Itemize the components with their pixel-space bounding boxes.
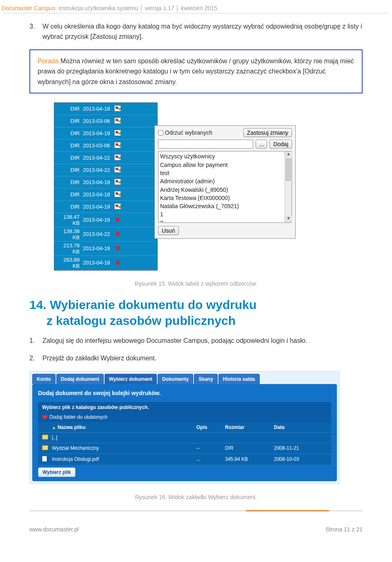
col-desc[interactable]: Opis [196, 424, 225, 430]
edit-icon[interactable] [114, 130, 121, 136]
list-number: 1. [29, 336, 42, 346]
remove-button[interactable]: Usuń [158, 226, 179, 235]
list-item[interactable]: Andrzej Kowalski (_89050) [160, 186, 283, 194]
table-row: DIR2013-04-22 [54, 152, 157, 164]
size-cell: 213.78 KB [57, 242, 83, 255]
tab-historia-salda[interactable]: Historia salda [218, 374, 260, 384]
table-row[interactable]: [..] [38, 432, 331, 443]
edit-icon-cell[interactable] [113, 130, 122, 137]
table-row: DIR2013-04-18 [54, 103, 157, 115]
delete-icon[interactable]: ✖ [115, 231, 120, 238]
table-row: DIR2013-03-06 [54, 140, 157, 152]
figure-15-caption: Rysunek 15. Widok tabeli z wyborem odbio… [29, 280, 363, 287]
row-icon [42, 456, 52, 463]
list-text: Przejdź do zakładki Wybierz dokument. [42, 353, 156, 364]
table-row: DIR2013-03-06 [54, 115, 157, 127]
edit-icon-cell[interactable] [113, 203, 122, 211]
list-item[interactable]: Wszyscy użytkownicy [160, 152, 283, 160]
advice-box: Porada Można również w ten sam sposób ok… [29, 49, 363, 94]
edit-icon[interactable] [114, 179, 121, 185]
table-row[interactable]: Wydzial Mechaniczny--DIR2008-11-21 [38, 443, 331, 453]
reject-checkbox[interactable] [158, 130, 163, 136]
edit-icon[interactable] [114, 154, 121, 160]
list-item[interactable]: Karta Testowa (EIX000000) [160, 194, 283, 202]
table-row: 138.38 KB2013-04-22✖ [54, 227, 157, 242]
delete-icon[interactable]: ✖ [115, 216, 120, 223]
edit-icon-cell[interactable] [113, 105, 122, 113]
tab-dodaj-dokument[interactable]: Dodaj dokument [56, 374, 104, 384]
file-name: Wydzial Mechaniczny [52, 445, 196, 451]
add-favorite-link[interactable]: Dodaj folder do ulubionych [38, 413, 331, 422]
size-cell: 138.47 KB [57, 214, 83, 226]
search-input[interactable] [158, 140, 253, 149]
file-date: 2008-10-03 [274, 456, 327, 462]
edit-icon-cell[interactable] [113, 154, 122, 162]
list-item[interactable]: Campus allow for payment [160, 161, 283, 169]
delete-icon[interactable]: ✖ [115, 245, 120, 252]
tab-konto[interactable]: Konto [32, 374, 56, 384]
size-cell: DIR [57, 204, 83, 210]
delete-icon-cell[interactable]: ✖ [113, 245, 122, 252]
date-cell: 2013-04-22 [83, 167, 113, 173]
scroll-up-icon[interactable]: ▲ [285, 151, 292, 158]
edit-icon[interactable] [114, 203, 121, 209]
edit-icon-cell[interactable] [113, 179, 122, 186]
delete-icon-cell[interactable]: ✖ [113, 259, 122, 267]
footer-url: www.documaster.pl [29, 526, 79, 533]
panel-subtitle: Wybierz plik z katalogu zasobów publiczn… [38, 402, 331, 413]
file-size: DIR [225, 445, 274, 451]
edit-icon-cell[interactable] [113, 167, 122, 174]
browse-button[interactable]: ... [256, 140, 267, 149]
delete-icon-cell[interactable]: ✖ [113, 231, 122, 238]
list-item[interactable]: test [160, 169, 283, 177]
header-separator [2, 13, 390, 13]
list-item[interactable]: Administrator (admin) [160, 177, 283, 185]
scroll-thumb[interactable] [286, 159, 291, 181]
scroll-down-icon[interactable]: ▼ [285, 216, 292, 222]
list-item[interactable]: Natalia Główczewska (_70921) [160, 202, 283, 210]
apply-button[interactable]: Zastosuj zmiany [243, 128, 292, 137]
sort-icon[interactable]: ▲ [52, 425, 56, 430]
list-item[interactable]: 1 [160, 210, 283, 218]
col-size[interactable]: Rozmiar [225, 424, 274, 430]
edit-icon[interactable] [114, 142, 121, 148]
edit-icon-cell[interactable] [113, 142, 122, 149]
scrollbar[interactable]: ▲ ▼ [285, 151, 292, 222]
product-name: Documaster Campus: [2, 5, 57, 11]
table-row: 138.47 KB2013-04-19✖ [54, 213, 157, 227]
edit-icon[interactable] [114, 167, 121, 173]
size-cell: DIR [57, 106, 83, 112]
choose-file-button[interactable]: Wybierz plik [38, 467, 76, 477]
list-item[interactable]: 2 [160, 219, 283, 223]
doc-header: Documaster Campus: instrukcja użytkownik… [0, 0, 392, 13]
advice-label: Porada [38, 58, 59, 64]
delete-icon-cell[interactable]: ✖ [113, 216, 122, 224]
table-row: DIR2013-04-22 [54, 164, 157, 176]
add-button[interactable]: Dodaj [270, 140, 292, 149]
col-name[interactable]: Nazwa pliku [58, 424, 86, 430]
footer-page: Strona 11 z 21 [325, 526, 363, 533]
tab-skany[interactable]: Skany [194, 374, 217, 384]
paragraph-3: 3. W celu określenia dla kogo dany katal… [29, 22, 363, 42]
date-cell: 2013-03-06 [83, 118, 113, 124]
delete-icon[interactable]: ✖ [115, 259, 120, 266]
users-listbox[interactable]: Wszyscy użytkownicyCampus allow for paym… [158, 151, 292, 223]
heart-icon [42, 415, 48, 420]
edit-icon-cell[interactable] [113, 118, 122, 125]
tab-dokumenty[interactable]: Dokumenty [158, 374, 193, 384]
size-cell: DIR [57, 130, 83, 136]
step-2: 2. Przejdź do zakładki Wybierz dokument. [29, 353, 363, 364]
file-name: [..] [52, 435, 196, 440]
edit-icon[interactable] [114, 118, 121, 124]
edit-icon[interactable] [114, 105, 121, 111]
col-date[interactable]: Data [274, 424, 327, 430]
table-row[interactable]: Instrukcja Obslugi.pdf...345.94 KB2008-1… [38, 453, 331, 465]
edit-icon[interactable] [114, 191, 121, 197]
table-row: DIR2013-04-19 [54, 189, 157, 201]
edit-icon-cell[interactable] [113, 191, 122, 198]
tab-wybierz-dokument[interactable]: Wybierz dokument [105, 374, 157, 384]
add-favorite-label: Dodaj folder do ulubionych [49, 414, 107, 420]
file-icon [42, 456, 47, 462]
file-desc: ... [196, 456, 225, 462]
table-row: DIR2013-04-18 [54, 176, 157, 189]
